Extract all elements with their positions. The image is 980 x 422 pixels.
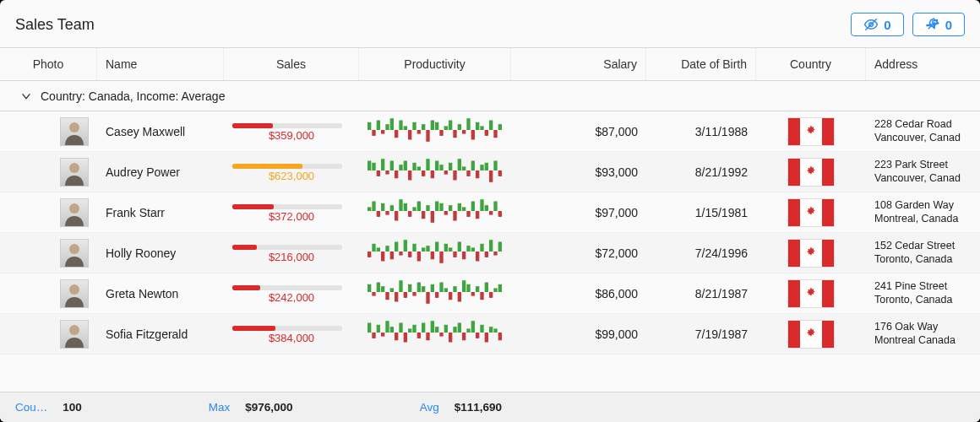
svg-rect-131 bbox=[385, 292, 389, 300]
name-cell: Sofia Fitzgerald bbox=[97, 327, 224, 341]
svg-rect-138 bbox=[417, 283, 421, 293]
flag-canada bbox=[787, 320, 835, 349]
svg-rect-91 bbox=[485, 205, 488, 211]
col-sales[interactable]: Sales bbox=[224, 48, 359, 80]
footer-max-label[interactable]: Max bbox=[209, 401, 231, 414]
svg-rect-6 bbox=[381, 130, 384, 134]
svg-rect-66 bbox=[372, 202, 375, 212]
svg-rect-93 bbox=[493, 202, 497, 212]
svg-rect-16 bbox=[426, 130, 429, 142]
svg-rect-166 bbox=[404, 333, 407, 343]
svg-rect-65 bbox=[368, 207, 371, 211]
col-salary[interactable]: Salary bbox=[511, 48, 646, 80]
svg-rect-32 bbox=[498, 124, 502, 130]
svg-rect-59 bbox=[480, 165, 483, 170]
footer-avg-label[interactable]: Avg bbox=[420, 401, 439, 414]
svg-rect-147 bbox=[458, 292, 461, 302]
salary-cell: $93,000 bbox=[511, 165, 646, 179]
sales-bar: $372,000 bbox=[232, 204, 351, 221]
svg-point-2 bbox=[69, 122, 79, 133]
pin-icon bbox=[925, 17, 940, 32]
svg-point-64 bbox=[69, 203, 79, 214]
col-dob[interactable]: Date of Birth bbox=[646, 48, 756, 80]
svg-rect-34 bbox=[368, 161, 371, 171]
svg-rect-97 bbox=[372, 244, 375, 252]
svg-rect-84 bbox=[453, 211, 456, 221]
svg-rect-109 bbox=[426, 246, 429, 252]
address-cell: 108 Garden WayMontreal, Canada bbox=[866, 199, 980, 225]
salary-cell: $86,000 bbox=[511, 287, 646, 300]
svg-rect-56 bbox=[466, 170, 470, 176]
svg-rect-170 bbox=[422, 323, 425, 333]
footer: Cou… 100 Max $976,000 Avg $111,690 bbox=[0, 392, 980, 422]
sparkline bbox=[359, 279, 511, 308]
column-headers: Photo Name Sales Productivity Salary Dat… bbox=[0, 47, 980, 81]
footer-count-label[interactable]: Cou… bbox=[15, 401, 47, 414]
svg-rect-12 bbox=[408, 130, 411, 140]
table-row[interactable]: Sofia Fitzgerald $384,000 $99,000 7/19/1… bbox=[0, 314, 980, 354]
sales-bar: $216,000 bbox=[232, 245, 351, 262]
svg-rect-45 bbox=[417, 166, 421, 170]
svg-rect-31 bbox=[493, 130, 497, 138]
avatar bbox=[60, 198, 89, 227]
svg-rect-141 bbox=[431, 284, 434, 292]
svg-point-157 bbox=[69, 325, 79, 335]
table-row[interactable]: Greta Newton $242,000 $86,000 8/21/1987 … bbox=[0, 273, 980, 314]
svg-rect-43 bbox=[408, 170, 411, 181]
hidden-count: 0 bbox=[884, 18, 890, 32]
table-row[interactable]: Casey Maxwell $359,000 $87,000 3/11/1988… bbox=[0, 111, 980, 152]
svg-rect-125 bbox=[498, 242, 502, 252]
svg-rect-98 bbox=[377, 247, 380, 252]
svg-rect-112 bbox=[439, 252, 443, 263]
svg-rect-15 bbox=[422, 124, 425, 130]
svg-rect-110 bbox=[431, 252, 434, 259]
svg-rect-183 bbox=[480, 325, 483, 333]
pin-button[interactable]: 0 bbox=[912, 13, 965, 36]
col-address[interactable]: Address bbox=[866, 48, 980, 80]
avatar bbox=[60, 117, 89, 146]
svg-rect-90 bbox=[480, 199, 483, 211]
svg-rect-168 bbox=[412, 325, 416, 333]
svg-rect-160 bbox=[377, 325, 380, 333]
sales-value: $242,000 bbox=[232, 291, 351, 304]
svg-rect-27 bbox=[476, 122, 479, 130]
table-row[interactable]: Frank Starr $372,000 $97,000 1/15/1981 1… bbox=[0, 192, 980, 233]
flag-canada bbox=[787, 239, 835, 268]
svg-rect-137 bbox=[412, 292, 416, 296]
group-row[interactable]: Country: Canada, Income: Average bbox=[0, 81, 980, 111]
svg-rect-86 bbox=[462, 207, 466, 211]
svg-rect-116 bbox=[458, 242, 461, 252]
col-productivity[interactable]: Productivity bbox=[359, 48, 511, 80]
svg-rect-129 bbox=[377, 283, 380, 293]
dob-cell: 8/21/1992 bbox=[646, 165, 756, 179]
svg-rect-61 bbox=[489, 170, 493, 182]
svg-rect-143 bbox=[439, 283, 443, 293]
svg-rect-85 bbox=[458, 203, 461, 211]
svg-rect-38 bbox=[385, 170, 389, 175]
svg-rect-162 bbox=[385, 321, 389, 333]
svg-rect-154 bbox=[489, 292, 493, 298]
svg-rect-114 bbox=[449, 247, 452, 252]
salary-cell: $72,000 bbox=[511, 246, 646, 260]
table-row[interactable]: Audrey Power $623,000 $93,000 8/21/1992 … bbox=[0, 152, 980, 192]
dob-cell: 7/19/1987 bbox=[646, 327, 756, 341]
svg-rect-101 bbox=[390, 252, 394, 259]
svg-rect-104 bbox=[404, 240, 407, 252]
col-name[interactable]: Name bbox=[97, 48, 224, 80]
name-cell: Audrey Power bbox=[97, 165, 224, 179]
col-photo[interactable]: Photo bbox=[0, 48, 97, 80]
hide-columns-button[interactable]: 0 bbox=[851, 13, 903, 36]
svg-rect-41 bbox=[399, 165, 402, 170]
svg-rect-176 bbox=[449, 333, 452, 343]
svg-rect-5 bbox=[377, 121, 380, 131]
table-row[interactable]: Holly Rooney $216,000 $72,000 7/24/1996 … bbox=[0, 233, 980, 273]
svg-rect-94 bbox=[498, 211, 502, 217]
svg-rect-67 bbox=[377, 211, 380, 217]
svg-rect-158 bbox=[368, 323, 371, 333]
col-country[interactable]: Country bbox=[756, 48, 866, 80]
dob-cell: 1/15/1981 bbox=[646, 206, 756, 219]
sales-value: $216,000 bbox=[232, 251, 351, 263]
svg-rect-74 bbox=[408, 211, 411, 217]
svg-rect-175 bbox=[444, 325, 448, 333]
sparkline bbox=[359, 157, 511, 187]
